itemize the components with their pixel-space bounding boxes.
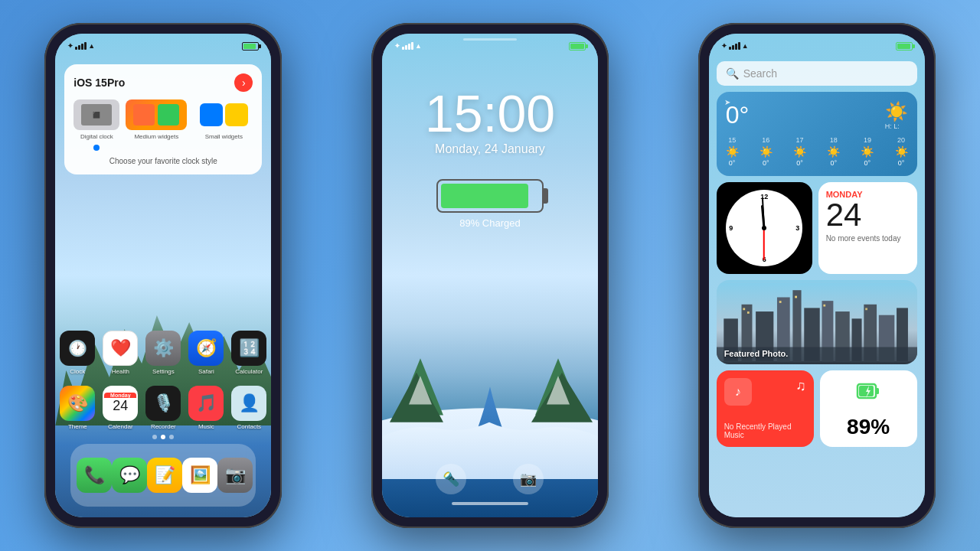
forecast-hour-20: 20 [897,136,905,144]
clock-num-9: 9 [729,224,733,232]
phone3-wifi: ▲ [742,42,749,50]
battery-bar-container [436,179,544,213]
location-icon: ➤ [724,98,730,106]
small-sq-yellow [225,103,248,126]
app-contacts-label: Contacts [237,423,262,430]
app-calculator-label: Calculator [235,368,263,375]
battery-bar-fill [441,184,528,208]
dock-photos[interactable]: 🖼️ [182,458,217,493]
calendar-date-number: 24 [826,199,910,231]
safari-icon-img: 🧭 [188,331,224,366]
p3s3 [735,44,737,50]
clock-num-3: 3 [795,224,799,232]
battery-small-widget: 89% [820,370,917,447]
phone2-screen: ✦ ▲ 15:00 Mo [382,34,598,517]
battery-widget: 89% Charged [436,179,544,229]
bottom-widgets-row: ♪ ♫ No Recently Played Music [717,370,917,447]
app-settings[interactable]: ⚙️ Settings [145,331,181,375]
phone3-signal [729,42,740,50]
s4 [411,42,413,50]
p3s4 [738,42,740,50]
weather-forecast: 15 ☀️ 0° 16 ☀️ 0° 17 ☀️ 0° [726,136,908,167]
svg-rect-25 [795,296,797,298]
phone3-status-bar: ✦ ▲ [709,34,925,55]
music-widget-top: ♪ ♫ [724,378,806,406]
search-bar[interactable]: 🔍 Search [717,61,917,86]
phone2-background: ✦ ▲ 15:00 Mo [382,34,598,517]
widget-popup-header: iOS 15Pro › [74,73,253,92]
flashlight-icon: 🔦 [443,471,459,487]
forecast-icon-17: ☀️ [793,145,806,158]
weather-top: 0° ☀️ H: L: [726,101,908,130]
page-dots [55,435,271,439]
svg-rect-22 [743,308,745,310]
battery-percent-text: 89% Charged [459,217,521,229]
theme-icon-img: 🎨 [60,386,95,421]
phone2-bluetooth: ✦ [394,42,400,50]
dock-messages[interactable]: 💬 [112,458,147,493]
bluetooth-icon: ✦ [67,42,74,50]
p3s1 [729,47,731,50]
app-theme[interactable]: 🎨 Theme [60,386,95,430]
calculator-icon-img: 🔢 [231,331,266,366]
music-no-play-text: No Recently Played Music [724,422,806,439]
phone2-notch-bar [463,38,517,41]
forecast-17: 17 ☀️ 0° [793,136,806,167]
forecast-temp-17: 0° [796,159,803,167]
widget-option-medium[interactable]: Medium widgets [126,99,187,140]
phone2-home-indicator [452,502,528,505]
calendar-icon-img: Monday 24 [103,386,138,421]
winter-landscape [382,280,598,479]
forecast-18: 18 ☀️ 0° [827,136,840,167]
messages-app-icon: 💬 [112,458,147,493]
widget-option-small[interactable]: Small widgets [193,99,254,140]
phone2-wifi: ▲ [415,42,422,50]
widget-subtitle: Choose your favorite clock style [74,157,253,165]
forecast-temp-19: 0° [864,159,871,167]
signal-bar-4 [84,42,87,50]
phone1-status-bar: ✦ ▲ [55,34,271,55]
phone3-screen: ✦ ▲ 🔍 [709,34,925,517]
calendar-widget: MONDAY 24 No more events today [818,182,917,274]
phone1-screen: ✦ ▲ iOS 15Pro [55,34,271,517]
featured-photo-widget: Featured Photo. [717,280,917,364]
forecast-temp-18: 0° [830,159,837,167]
app-music-label: Music [198,423,214,430]
phone2-bottom-icons: 🔦 📷 [382,464,598,494]
camera-app-icon: 📷 [217,458,253,493]
dock-notes[interactable]: 📝 [147,458,182,493]
dock-phone[interactable]: 📞 [77,458,112,493]
app-calculator[interactable]: 🔢 Calculator [231,331,266,375]
app-contacts[interactable]: 👤 Contacts [231,386,266,430]
forecast-icon-18: ☀️ [827,145,840,158]
contacts-icon-img: 👤 [231,386,266,421]
app-clock[interactable]: 🕐 Clock [60,331,95,375]
widget-option-digital[interactable]: ⬛ Digital clock [74,99,119,151]
forecast-icon-16: ☀️ [760,145,773,158]
weather-sun-icon: ☀️ [885,101,908,122]
forecast-hour-18: 18 [830,136,838,144]
camera-lock-button[interactable]: 📷 [513,464,544,494]
phone3-status-right [896,42,913,51]
forecast-hour-16: 16 [762,136,769,144]
app-safari[interactable]: 🧭 Safari [188,331,224,375]
phone-1: ✦ ▲ iOS 15Pro [44,23,282,528]
app-health[interactable]: ❤️ Health [103,331,138,375]
photos-app-icon: 🖼️ [182,458,217,493]
app-recorder[interactable]: 🎙️ Recorder [145,386,181,430]
forecast-19: 19 ☀️ 0° [861,136,874,167]
flashlight-button[interactable]: 🔦 [436,464,466,494]
widget-popup-title: iOS 15Pro [74,77,125,89]
svg-rect-27 [865,308,867,310]
app-calendar[interactable]: Monday 24 Calendar [103,386,138,430]
widget-arrow-button[interactable]: › [234,73,253,92]
forecast-15: 15 ☀️ 0° [726,136,739,167]
s1 [402,47,404,50]
phone-3: ✦ ▲ 🔍 [698,23,936,528]
phone3-battery-fill [897,44,911,49]
medium-thumb [126,99,187,130]
phone1-status-right [242,42,259,51]
music-icon-img: 🎵 [188,386,224,421]
app-music[interactable]: 🎵 Music [188,386,224,430]
dock-camera[interactable]: 📷 [217,458,253,493]
